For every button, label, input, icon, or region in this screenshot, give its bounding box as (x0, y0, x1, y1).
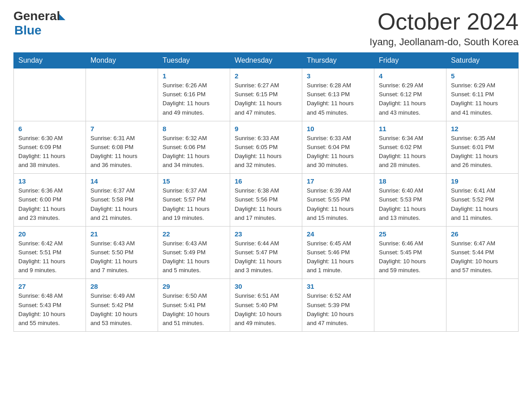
calendar-cell (374, 279, 446, 332)
month-title: October 2024 (369, 9, 519, 34)
day-number: 10 (307, 125, 369, 133)
calendar-cell: 8Sunrise: 6:32 AM Sunset: 6:06 PM Daylig… (158, 121, 230, 174)
day-number: 25 (379, 230, 442, 238)
calendar-cell: 21Sunrise: 6:43 AM Sunset: 5:50 PM Dayli… (86, 226, 158, 279)
day-info: Sunrise: 6:33 AM Sunset: 6:05 PM Dayligh… (235, 134, 297, 170)
calendar-week-row: 6Sunrise: 6:30 AM Sunset: 6:09 PM Daylig… (14, 121, 519, 174)
day-info: Sunrise: 6:39 AM Sunset: 5:55 PM Dayligh… (307, 186, 369, 223)
day-info: Sunrise: 6:31 AM Sunset: 6:08 PM Dayligh… (90, 134, 153, 170)
day-info: Sunrise: 6:51 AM Sunset: 5:40 PM Dayligh… (235, 291, 297, 328)
calendar-cell: 18Sunrise: 6:40 AM Sunset: 5:53 PM Dayli… (374, 174, 446, 227)
calendar-cell: 16Sunrise: 6:38 AM Sunset: 5:56 PM Dayli… (230, 174, 302, 227)
calendar-header-tuesday: Tuesday (158, 53, 230, 68)
calendar-cell: 9Sunrise: 6:33 AM Sunset: 6:05 PM Daylig… (230, 121, 302, 174)
calendar-week-row: 27Sunrise: 6:48 AM Sunset: 5:43 PM Dayli… (14, 279, 519, 332)
calendar-cell: 4Sunrise: 6:29 AM Sunset: 6:12 PM Daylig… (374, 68, 446, 121)
day-number: 18 (379, 177, 442, 185)
calendar-cell: 31Sunrise: 6:52 AM Sunset: 5:39 PM Dayli… (302, 279, 374, 332)
calendar-header-saturday: Saturday (446, 53, 519, 68)
day-info: Sunrise: 6:32 AM Sunset: 6:06 PM Dayligh… (163, 134, 225, 170)
calendar-cell: 28Sunrise: 6:49 AM Sunset: 5:42 PM Dayli… (86, 279, 158, 332)
calendar-cell: 14Sunrise: 6:37 AM Sunset: 5:58 PM Dayli… (86, 174, 158, 227)
title-area: October 2024 Iyang, Jeollanam-do, South … (369, 9, 519, 48)
day-number: 16 (235, 177, 297, 185)
day-info: Sunrise: 6:35 AM Sunset: 6:01 PM Dayligh… (451, 134, 514, 170)
calendar-cell: 2Sunrise: 6:27 AM Sunset: 6:15 PM Daylig… (230, 68, 302, 121)
day-number: 27 (18, 283, 81, 290)
day-info: Sunrise: 6:33 AM Sunset: 6:04 PM Dayligh… (307, 134, 369, 170)
day-info: Sunrise: 6:45 AM Sunset: 5:46 PM Dayligh… (307, 239, 369, 275)
day-number: 7 (90, 125, 153, 133)
day-info: Sunrise: 6:30 AM Sunset: 6:09 PM Dayligh… (18, 134, 81, 170)
day-number: 29 (163, 283, 225, 290)
calendar-cell: 15Sunrise: 6:37 AM Sunset: 5:57 PM Dayli… (158, 174, 230, 227)
calendar-header-sunday: Sunday (14, 53, 86, 68)
day-number: 26 (451, 230, 514, 238)
calendar-header-friday: Friday (374, 53, 446, 68)
calendar-cell: 20Sunrise: 6:42 AM Sunset: 5:51 PM Dayli… (14, 226, 86, 279)
day-number: 14 (90, 177, 153, 185)
day-info: Sunrise: 6:28 AM Sunset: 6:13 PM Dayligh… (307, 81, 369, 117)
day-number: 4 (379, 72, 442, 80)
day-info: Sunrise: 6:38 AM Sunset: 5:56 PM Dayligh… (235, 186, 297, 223)
day-info: Sunrise: 6:34 AM Sunset: 6:02 PM Dayligh… (379, 134, 442, 170)
day-number: 31 (307, 283, 369, 290)
day-info: Sunrise: 6:48 AM Sunset: 5:43 PM Dayligh… (18, 291, 81, 328)
day-info: Sunrise: 6:46 AM Sunset: 5:45 PM Dayligh… (379, 239, 442, 275)
day-number: 19 (451, 177, 514, 185)
day-info: Sunrise: 6:37 AM Sunset: 5:57 PM Dayligh… (163, 186, 225, 223)
calendar-week-row: 1Sunrise: 6:26 AM Sunset: 6:16 PM Daylig… (14, 68, 519, 121)
day-number: 9 (235, 125, 297, 133)
calendar-cell: 3Sunrise: 6:28 AM Sunset: 6:13 PM Daylig… (302, 68, 374, 121)
calendar-cell: 7Sunrise: 6:31 AM Sunset: 6:08 PM Daylig… (86, 121, 158, 174)
calendar-cell: 17Sunrise: 6:39 AM Sunset: 5:55 PM Dayli… (302, 174, 374, 227)
calendar-cell: 29Sunrise: 6:50 AM Sunset: 5:41 PM Dayli… (158, 279, 230, 332)
header: General Blue October 2024 Iyang, Jeollan… (13, 9, 519, 48)
calendar-header-row: SundayMondayTuesdayWednesdayThursdayFrid… (14, 53, 519, 68)
day-number: 21 (90, 230, 153, 238)
calendar-cell: 26Sunrise: 6:47 AM Sunset: 5:44 PM Dayli… (446, 226, 519, 279)
calendar-header-monday: Monday (86, 53, 158, 68)
calendar-cell: 6Sunrise: 6:30 AM Sunset: 6:09 PM Daylig… (14, 121, 86, 174)
day-info: Sunrise: 6:44 AM Sunset: 5:47 PM Dayligh… (235, 239, 297, 275)
calendar-cell: 23Sunrise: 6:44 AM Sunset: 5:47 PM Dayli… (230, 226, 302, 279)
day-info: Sunrise: 6:41 AM Sunset: 5:52 PM Dayligh… (451, 186, 514, 223)
calendar-cell: 22Sunrise: 6:43 AM Sunset: 5:49 PM Dayli… (158, 226, 230, 279)
calendar-cell: 12Sunrise: 6:35 AM Sunset: 6:01 PM Dayli… (446, 121, 519, 174)
calendar-cell (86, 68, 158, 121)
day-number: 5 (451, 72, 514, 80)
calendar-cell: 19Sunrise: 6:41 AM Sunset: 5:52 PM Dayli… (446, 174, 519, 227)
day-number: 11 (379, 125, 442, 133)
day-number: 2 (235, 72, 297, 80)
day-info: Sunrise: 6:50 AM Sunset: 5:41 PM Dayligh… (163, 291, 225, 328)
calendar-cell: 25Sunrise: 6:46 AM Sunset: 5:45 PM Dayli… (374, 226, 446, 279)
calendar-cell: 1Sunrise: 6:26 AM Sunset: 6:16 PM Daylig… (158, 68, 230, 121)
day-info: Sunrise: 6:26 AM Sunset: 6:16 PM Dayligh… (163, 81, 225, 117)
day-info: Sunrise: 6:37 AM Sunset: 5:58 PM Dayligh… (90, 186, 153, 223)
calendar-cell: 10Sunrise: 6:33 AM Sunset: 6:04 PM Dayli… (302, 121, 374, 174)
day-info: Sunrise: 6:42 AM Sunset: 5:51 PM Dayligh… (18, 239, 81, 275)
day-number: 17 (307, 177, 369, 185)
day-info: Sunrise: 6:27 AM Sunset: 6:15 PM Dayligh… (235, 81, 297, 117)
day-info: Sunrise: 6:43 AM Sunset: 5:49 PM Dayligh… (163, 239, 225, 275)
calendar-week-row: 13Sunrise: 6:36 AM Sunset: 6:00 PM Dayli… (14, 174, 519, 227)
day-number: 3 (307, 72, 369, 80)
day-info: Sunrise: 6:29 AM Sunset: 6:11 PM Dayligh… (451, 81, 514, 117)
logo-blue-text: Blue (14, 23, 65, 38)
day-number: 30 (235, 283, 297, 290)
day-number: 28 (90, 283, 153, 290)
day-info: Sunrise: 6:36 AM Sunset: 6:00 PM Dayligh… (18, 186, 81, 223)
day-number: 12 (451, 125, 514, 133)
calendar-cell: 27Sunrise: 6:48 AM Sunset: 5:43 PM Dayli… (14, 279, 86, 332)
day-number: 13 (18, 177, 81, 185)
day-number: 20 (18, 230, 81, 238)
calendar-cell: 30Sunrise: 6:51 AM Sunset: 5:40 PM Dayli… (230, 279, 302, 332)
day-info: Sunrise: 6:47 AM Sunset: 5:44 PM Dayligh… (451, 239, 514, 275)
calendar-week-row: 20Sunrise: 6:42 AM Sunset: 5:51 PM Dayli… (14, 226, 519, 279)
day-info: Sunrise: 6:52 AM Sunset: 5:39 PM Dayligh… (307, 291, 369, 328)
calendar-cell (14, 68, 86, 121)
calendar-cell: 24Sunrise: 6:45 AM Sunset: 5:46 PM Dayli… (302, 226, 374, 279)
day-info: Sunrise: 6:43 AM Sunset: 5:50 PM Dayligh… (90, 239, 153, 275)
calendar-cell (446, 279, 519, 332)
day-number: 1 (163, 72, 225, 80)
